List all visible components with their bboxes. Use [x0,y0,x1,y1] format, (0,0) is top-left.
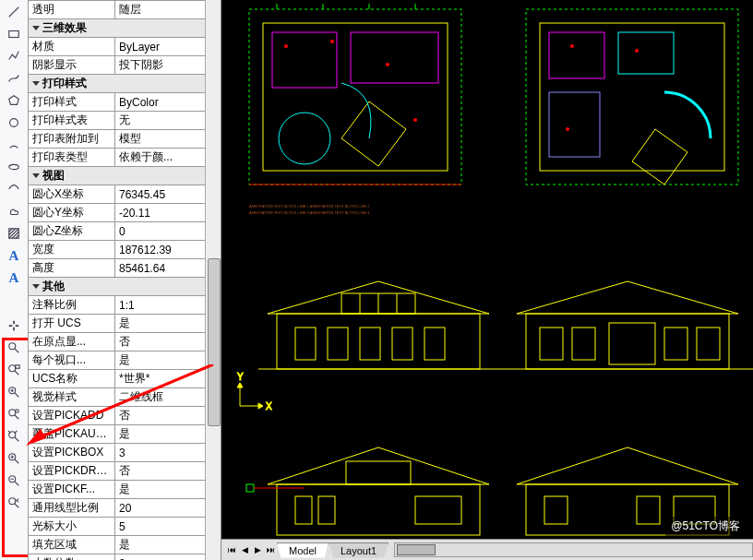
svg-rect-66 [544,496,568,524]
svg-rect-39 [277,314,480,369]
svg-rect-75 [246,484,254,492]
prop-row: 通用线型比例20 [29,499,221,518]
zoom-out-icon[interactable] [6,472,22,489]
prop-row: 打印表类型依赖于颜... [29,149,221,167]
svg-text:X: X [266,401,272,411]
tab-model[interactable]: Model [277,542,329,558]
arc-icon[interactable] [6,137,22,153]
svg-point-26 [386,63,389,66]
drawing-canvas[interactable]: ANNOTATION TEXT BLOCK LINE 1 ANNOTATION … [221,0,753,540]
group-print: 打印样式 [29,75,221,93]
svg-rect-16 [272,32,337,88]
zoom-scale-icon[interactable] [6,428,22,445]
properties-table: 透明随层 三维效果 材质ByLayer 阴影显示投下阴影 打印样式 打印样式By… [28,0,221,560]
prop-row: 小数位数2 [29,554,221,561]
svg-rect-61 [318,496,335,524]
prop-row: 打开 UCS是 [29,315,221,333]
svg-point-24 [284,44,288,48]
zoom-in-icon[interactable] [6,450,22,467]
zoom-all-icon[interactable] [6,406,22,423]
tab-layout1[interactable]: Layout1 [329,542,388,558]
line-icon[interactable] [6,4,22,20]
ellipse-icon[interactable] [6,159,22,175]
prop-row: 宽度187612.39 [29,241,221,259]
svg-rect-55 [664,328,687,360]
svg-point-36 [635,49,639,53]
polygon-icon[interactable] [6,92,22,109]
prop-row: 填充区域是 [29,536,221,554]
svg-rect-45 [424,328,445,360]
svg-rect-41 [295,328,316,360]
canvas-hscrollbar[interactable] [394,542,753,557]
svg-point-18 [279,113,330,164]
svg-rect-56 [697,328,720,360]
polyline-icon[interactable] [6,48,22,65]
svg-marker-72 [237,383,243,387]
svg-rect-60 [295,496,312,524]
hatch-icon[interactable] [6,225,22,242]
cad-drawing: ANNOTATION TEXT BLOCK LINE 1 ANNOTATION … [221,0,753,540]
svg-marker-70 [258,403,263,409]
zoom-previous-icon[interactable] [6,494,22,511]
svg-rect-53 [540,328,563,360]
prop-row: 高度85461.64 [29,259,221,278]
prop-row: 光标大小5 [29,518,221,536]
tab-next-icon[interactable]: ▶ [251,543,264,556]
svg-marker-64 [517,447,738,484]
svg-point-13 [9,498,16,505]
svg-rect-6 [16,365,19,369]
prop-row: 注释比例1:1 [29,296,221,315]
svg-rect-0 [9,31,19,38]
prop-row: 圆心Y坐标-20.11 [29,204,221,222]
svg-point-25 [330,40,334,43]
zoom-window-icon[interactable] [6,362,22,378]
svg-rect-63 [346,461,411,484]
svg-rect-44 [392,328,412,360]
rect-icon[interactable] [6,26,22,42]
prop-row: 视觉样式二维线框 [29,388,221,407]
prop-row: 材质ByLayer [29,38,221,56]
prop-row: 设置PICKBOX3 [29,444,221,462]
prop-row: 打印表附加到模型 [29,130,221,149]
svg-point-8 [9,410,16,416]
tab-first-icon[interactable]: ⏮ [225,543,238,556]
tab-last-icon[interactable]: ⏭ [264,543,277,556]
text-multi-icon[interactable]: A [6,269,22,286]
tab-prev-icon[interactable]: ◀ [238,543,251,556]
svg-rect-57 [609,323,655,364]
svg-point-4 [9,343,16,350]
svg-rect-17 [351,32,438,83]
panel-scrollbar[interactable] [205,0,221,560]
prop-row: 打印样式ByColor [29,93,221,112]
svg-rect-43 [360,328,380,360]
group-3d: 三维效果 [29,19,221,38]
watermark: @51CTO博客 [665,517,746,536]
spline-icon[interactable] [6,70,22,87]
properties-panel: 透明随层 三维效果 材质ByLayer 阴影显示投下阴影 打印样式 打印样式By… [28,0,221,560]
circle-icon[interactable] [6,114,22,131]
prop-row: 设置PICKADD否 [29,407,221,425]
svg-rect-51 [526,314,729,369]
prop-row: 每个视口...是 [29,351,221,370]
pan-icon[interactable] [6,317,22,334]
svg-point-5 [9,365,16,372]
svg-point-1 [10,119,18,127]
svg-rect-32 [549,32,604,78]
svg-rect-59 [277,484,480,535]
zoom-extents-icon[interactable] [6,340,22,356]
svg-rect-34 [549,92,600,157]
prop-row: 设置PICKF...是 [29,481,221,499]
text-single-icon[interactable]: A [6,247,22,264]
svg-text:ANNOTATION TEXT BLOCK LINE 1 A: ANNOTATION TEXT BLOCK LINE 1 ANNOTATION … [249,204,370,209]
group-other: 其他 [29,278,221,296]
svg-rect-33 [618,32,674,74]
cloud-icon[interactable] [6,203,22,220]
prop-row: UCS名称*世界* [29,370,221,388]
svg-marker-58 [268,447,489,484]
svg-text:ANNOTATION TEXT BLOCK LINE 3 A: ANNOTATION TEXT BLOCK LINE 3 ANNOTATION … [249,210,370,215]
svg-point-27 [413,118,417,122]
curve-icon[interactable] [6,181,22,197]
zoom-realtime-icon[interactable] [6,384,22,400]
svg-rect-62 [415,496,461,524]
svg-point-37 [566,127,569,131]
